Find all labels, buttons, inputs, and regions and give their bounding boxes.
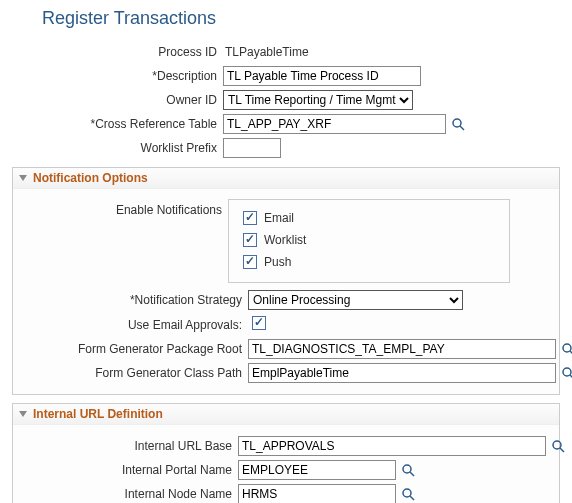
process-id-value: TLPayableTime bbox=[223, 45, 309, 59]
url-base-label: Internal URL Base bbox=[17, 439, 238, 453]
portal-name-input[interactable] bbox=[238, 460, 396, 480]
email-label: Email bbox=[264, 211, 294, 225]
use-email-approvals-checkbox[interactable] bbox=[252, 316, 266, 330]
description-input[interactable] bbox=[223, 66, 421, 86]
lookup-icon[interactable] bbox=[400, 461, 416, 479]
use-email-approvals-label: Use Email Approvals: bbox=[17, 318, 248, 332]
worklist-checkbox[interactable] bbox=[243, 233, 257, 247]
svg-line-13 bbox=[410, 496, 414, 500]
svg-marker-2 bbox=[19, 175, 27, 181]
internal-url-title: Internal URL Definition bbox=[33, 407, 163, 421]
class-path-input[interactable] bbox=[248, 363, 556, 383]
portal-name-label: Internal Portal Name bbox=[17, 463, 238, 477]
collapse-icon[interactable] bbox=[17, 172, 29, 184]
push-checkbox[interactable] bbox=[243, 255, 257, 269]
url-base-input[interactable] bbox=[238, 436, 546, 456]
lookup-icon[interactable] bbox=[400, 485, 416, 503]
notification-options-section: Notification Options Enable Notification… bbox=[12, 167, 560, 395]
svg-line-1 bbox=[460, 126, 464, 130]
email-checkbox[interactable] bbox=[243, 211, 257, 225]
svg-point-3 bbox=[563, 344, 571, 352]
svg-line-9 bbox=[560, 448, 564, 452]
node-name-input[interactable] bbox=[238, 484, 396, 503]
page-title: Register Transactions bbox=[42, 8, 560, 29]
lookup-icon[interactable] bbox=[560, 364, 572, 382]
worklist-label: Worklist bbox=[264, 233, 306, 247]
class-path-label: Form Generator Class Path bbox=[17, 366, 248, 380]
svg-point-12 bbox=[403, 489, 411, 497]
notification-strategy-label: *Notification Strategy bbox=[17, 293, 248, 307]
svg-line-11 bbox=[410, 472, 414, 476]
internal-url-section: Internal URL Definition Internal URL Bas… bbox=[12, 403, 560, 503]
lookup-icon[interactable] bbox=[560, 340, 572, 358]
owner-id-select[interactable]: TL Time Reporting / Time Mgmt bbox=[223, 90, 413, 110]
svg-point-10 bbox=[403, 465, 411, 473]
svg-point-8 bbox=[553, 441, 561, 449]
push-label: Push bbox=[264, 255, 291, 269]
lookup-icon[interactable] bbox=[550, 437, 566, 455]
collapse-icon[interactable] bbox=[17, 408, 29, 420]
svg-point-0 bbox=[453, 119, 461, 127]
enable-notifications-box: Email Worklist Push bbox=[228, 199, 510, 283]
worklist-prefix-input[interactable] bbox=[223, 138, 281, 158]
enable-notifications-label: Enable Notifications bbox=[17, 199, 228, 217]
svg-marker-7 bbox=[19, 411, 27, 417]
pkg-root-input[interactable] bbox=[248, 339, 556, 359]
cross-ref-input[interactable] bbox=[223, 114, 446, 134]
worklist-prefix-label: Worklist Prefix bbox=[12, 141, 223, 155]
description-label: *Description bbox=[12, 69, 223, 83]
owner-id-label: Owner ID bbox=[12, 93, 223, 107]
notification-options-title: Notification Options bbox=[33, 171, 148, 185]
process-id-label: Process ID bbox=[12, 45, 223, 59]
svg-point-5 bbox=[563, 368, 571, 376]
lookup-icon[interactable] bbox=[450, 115, 466, 133]
cross-ref-label: *Cross Reference Table bbox=[12, 117, 223, 131]
node-name-label: Internal Node Name bbox=[17, 487, 238, 501]
notification-strategy-select[interactable]: Online Processing bbox=[248, 290, 463, 310]
pkg-root-label: Form Generator Package Root bbox=[17, 342, 248, 356]
